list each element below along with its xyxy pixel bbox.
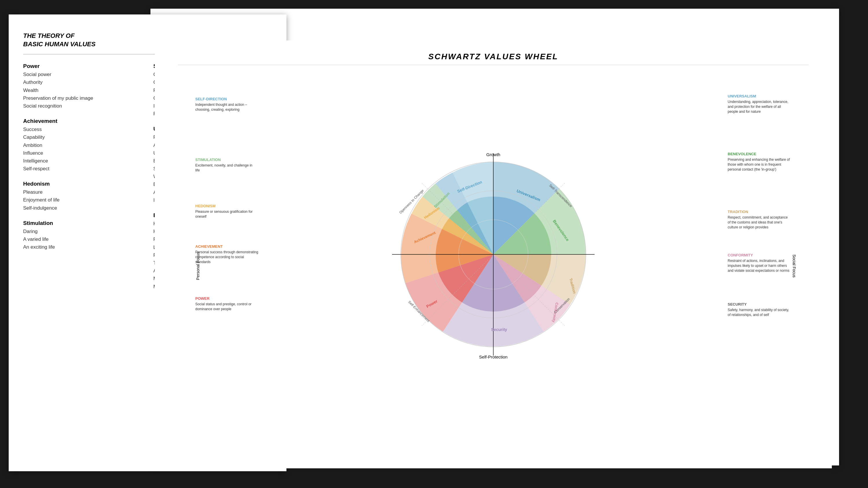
benevolence-label-title: BENEVOLENCE (728, 152, 791, 156)
conformity-label-title: CONFORMITY (728, 253, 791, 257)
universalism-label: UNIVERSALISM Understanding, appreciation… (728, 94, 791, 114)
power-title: Power (23, 63, 142, 69)
benevolence-label-desc: Preserving and enhancing the welfare of … (728, 157, 791, 172)
wheel-page: SCHWARTZ VALUES WHEEL (155, 40, 832, 468)
achievement-item-1: Capability (23, 133, 142, 141)
stimulation-label: STIMULATION Excitement, novelty, and cha… (195, 158, 253, 173)
stimulation-item-0: Daring (23, 228, 142, 235)
wheel-title: SCHWARTZ VALUES WHEEL (178, 52, 809, 61)
achievement-item-5: Self-respect (23, 165, 142, 172)
hedonism-item-1: Enjoyment of life (23, 196, 142, 204)
achievement-label: ACHIEVEMENT Personal success through dem… (195, 244, 259, 264)
achievement-label-title: ACHIEVEMENT (195, 244, 259, 249)
power-item-2: Wealth (23, 87, 142, 94)
power-section: Power Social power Authority Wealth Pres… (23, 63, 142, 110)
hedonism-title: Hedonism (23, 181, 142, 187)
achievement-section: Achievement Success Capability Ambition … (23, 118, 142, 172)
hedonism-label-title: HEDONISM (195, 204, 253, 208)
stimulation-section: Stimulation Daring A varied life An exci… (23, 220, 142, 251)
wheel-svg: Self-Direction Universalism Benevolence … (378, 139, 609, 370)
tradition-label: TRADITION Respect, commitment, and accep… (728, 209, 791, 230)
stimulation-item-1: A varied life (23, 235, 142, 243)
universalism-label-title: UNIVERSALISM (728, 94, 791, 98)
selfdirection-label-title: SELF-DIRECTION (195, 97, 253, 101)
achievement-title: Achievement (23, 118, 142, 124)
hedonism-item-2: Self-indulgence (23, 204, 142, 212)
conformity-label-desc: Restraint of actions, inclinations, and … (728, 258, 791, 273)
power-item-0: Social power (23, 70, 142, 78)
col-left: Power Social power Authority Wealth Pres… (23, 63, 142, 299)
stimulation-item-2: An exciting life (23, 243, 142, 251)
security-label-title: SECURITY (728, 302, 791, 306)
wheel-divider (178, 65, 809, 65)
security-label-desc: Safety, harmony, and stability of societ… (728, 307, 791, 318)
achievement-item-3: Influence (23, 149, 142, 157)
hedonism-section: Hedonism Pleasure Enjoyment of life Self… (23, 181, 142, 212)
conformity-label: CONFORMITY Restraint of actions, inclina… (728, 253, 791, 273)
stimulation-label-desc: Excitement, novelty, and challenge in li… (195, 163, 253, 173)
power-item-1: Authority (23, 78, 142, 86)
tradition-label-desc: Respect, commitment, and acceptance of t… (728, 215, 791, 230)
achievement-item-4: Intelligence (23, 157, 142, 165)
svg-text:Security: Security (491, 327, 507, 332)
wheel-container: Self-Direction Universalism Benevolence … (178, 71, 809, 461)
selfdirection-label: SELF-DIRECTION Independent thought and a… (195, 97, 253, 112)
selfdirection-label-desc: Independent thought and action – choosin… (195, 102, 253, 112)
achievement-label-desc: Personal success through demonstrating c… (195, 250, 259, 264)
svg-text:Growth: Growth (486, 152, 500, 157)
security-label: SECURITY Safety, harmony, and stability … (728, 302, 791, 318)
tradition-label-title: TRADITION (728, 209, 791, 214)
hedonism-label-desc: Pleasure or sensuous gratification for o… (195, 209, 253, 219)
stimulation-title: Stimulation (23, 220, 142, 226)
svg-text:Self-Protection: Self-Protection (479, 354, 507, 359)
benevolence-label: BENEVOLENCE Preserving and enhancing the… (728, 152, 791, 172)
hedonism-item-0: Pleasure (23, 188, 142, 196)
power-item-4: Social recognition (23, 102, 142, 110)
universalism-label-desc: Understanding, appreciation, tolerance, … (728, 99, 791, 114)
hedonism-label: HEDONISM Pleasure or sensuous gratificat… (195, 204, 253, 219)
power-label-title: POWER (195, 296, 253, 301)
achievement-item-2: Ambition (23, 141, 142, 149)
stimulation-label-title: STIMULATION (195, 158, 253, 162)
social-focus-label: Social Focus (792, 254, 797, 278)
power-label: POWER Social status and prestige, contro… (195, 296, 253, 312)
power-item-3: Preservation of my public image (23, 94, 142, 102)
power-label-desc: Social status and prestige, control or d… (195, 302, 253, 312)
achievement-item-0: Success (23, 126, 142, 133)
